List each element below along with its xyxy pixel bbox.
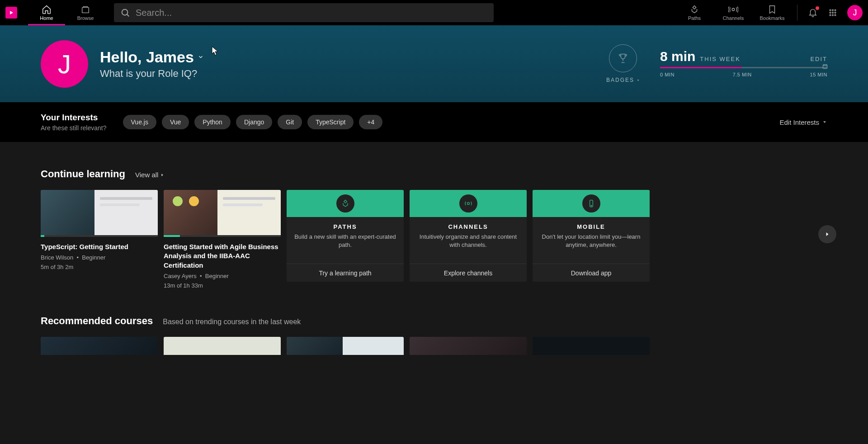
top-nav: Home Browse Paths Channels Bookmarks J bbox=[0, 0, 868, 25]
goal-edit-link[interactable]: EDIT bbox=[810, 56, 827, 62]
promo-action-mobile[interactable]: Download app bbox=[533, 264, 650, 282]
search-input[interactable] bbox=[136, 8, 487, 18]
interest-chip[interactable]: Django bbox=[236, 115, 272, 129]
search-icon bbox=[120, 8, 130, 18]
course-card[interactable]: Getting Started with Agile Business Anal… bbox=[164, 190, 281, 289]
recommended-row bbox=[41, 337, 827, 355]
course-card[interactable]: TypeScript: Getting Started Brice Wilson… bbox=[41, 190, 158, 289]
course-author: Brice Wilson bbox=[41, 254, 73, 261]
recommended-card[interactable] bbox=[164, 337, 281, 355]
scroll-next-button[interactable] bbox=[818, 225, 836, 243]
continue-title: Continue learning bbox=[41, 168, 125, 180]
svg-point-6 bbox=[830, 12, 831, 14]
svg-point-11 bbox=[835, 14, 836, 16]
promo-desc: Intuitively organize and share content w… bbox=[417, 233, 519, 249]
promo-title: PATHS bbox=[294, 223, 396, 230]
channels-icon bbox=[728, 5, 738, 14]
bookmark-icon bbox=[767, 5, 777, 14]
goal-tick-0: 0 MIN bbox=[660, 72, 675, 77]
promo-desc: Don't let your location limit you—learn … bbox=[540, 233, 642, 249]
interests-title: Your Interests bbox=[41, 113, 107, 123]
interest-chip[interactable]: Vue.js bbox=[123, 115, 156, 129]
recommended-card[interactable] bbox=[41, 337, 158, 355]
course-thumbnail bbox=[164, 190, 281, 237]
view-all-link[interactable]: View all bbox=[135, 171, 165, 179]
svg-point-4 bbox=[832, 9, 834, 11]
interest-chip[interactable]: TypeScript bbox=[307, 115, 354, 129]
svg-point-5 bbox=[835, 9, 836, 11]
goal-this-week: THIS WEEK bbox=[700, 56, 741, 62]
recommended-card[interactable] bbox=[287, 337, 404, 355]
svg-rect-0 bbox=[82, 7, 89, 13]
promo-card-paths: PATHS Build a new skill with an expert-c… bbox=[287, 190, 404, 282]
interests-sub: Are these still relevant? bbox=[41, 124, 107, 132]
hero-avatar: J bbox=[41, 40, 88, 88]
chevron-right-icon bbox=[824, 231, 830, 237]
browse-icon bbox=[80, 5, 90, 14]
promo-title: CHANNELS bbox=[417, 223, 519, 230]
interest-chip[interactable]: +4 bbox=[359, 115, 382, 129]
interest-chip[interactable]: Vue bbox=[162, 115, 189, 129]
recommended-card[interactable] bbox=[410, 337, 527, 355]
nav-paths[interactable]: Paths bbox=[676, 0, 713, 25]
course-author: Casey Ayers bbox=[164, 273, 197, 279]
brand-logo[interactable] bbox=[5, 7, 17, 19]
svg-point-2 bbox=[732, 8, 735, 11]
svg-point-8 bbox=[835, 12, 836, 14]
nav-channels[interactable]: Channels bbox=[715, 0, 752, 25]
notifications-button[interactable] bbox=[804, 4, 822, 22]
badges-column[interactable]: BADGES bbox=[606, 44, 640, 83]
interest-chip[interactable]: Python bbox=[194, 115, 231, 129]
edit-interests-button[interactable]: Edit Interests bbox=[779, 118, 827, 126]
hero-greeting-text: Hello, James bbox=[100, 48, 194, 66]
goal-tick-mid: 7.5 MIN bbox=[733, 72, 752, 77]
promo-title: MOBILE bbox=[540, 223, 642, 230]
recommended-card[interactable] bbox=[533, 337, 650, 355]
caret-down-icon bbox=[822, 119, 827, 125]
nav-paths-label: Paths bbox=[688, 15, 701, 21]
hero-section: J Hello, James What is your Role IQ? BAD… bbox=[0, 25, 868, 102]
goal-minutes: 8 min bbox=[660, 49, 695, 64]
nav-browse-label: Browse bbox=[77, 15, 94, 21]
promo-card-channels: CHANNELS Intuitively organize and share … bbox=[410, 190, 527, 282]
mobile-icon bbox=[587, 199, 596, 208]
hero-subtitle[interactable]: What is your Role IQ? bbox=[100, 68, 204, 80]
user-avatar[interactable]: J bbox=[847, 5, 863, 20]
promo-action-paths[interactable]: Try a learning path bbox=[287, 264, 404, 282]
caret-down-icon bbox=[636, 78, 640, 82]
nav-divider bbox=[797, 5, 797, 21]
course-duration: 5m of 3h 2m bbox=[41, 264, 158, 270]
search-box[interactable] bbox=[114, 3, 494, 22]
edit-interests-label: Edit Interests bbox=[779, 118, 819, 126]
paths-icon bbox=[689, 5, 699, 14]
goal-tick-end: 15 MIN bbox=[810, 72, 827, 77]
svg-point-9 bbox=[830, 14, 831, 16]
view-all-label: View all bbox=[135, 171, 158, 179]
goal-progress-fill bbox=[660, 67, 742, 68]
svg-rect-12 bbox=[823, 65, 827, 69]
goal-progress-bar bbox=[660, 67, 827, 68]
trophy-circle bbox=[609, 44, 637, 72]
svg-point-13 bbox=[467, 203, 469, 205]
svg-point-10 bbox=[832, 14, 834, 16]
nav-browse[interactable]: Browse bbox=[67, 0, 104, 25]
apps-button[interactable] bbox=[824, 4, 842, 22]
calendar-icon[interactable] bbox=[822, 63, 828, 70]
nav-home[interactable]: Home bbox=[28, 0, 65, 25]
interests-bar: Your Interests Are these still relevant?… bbox=[0, 102, 868, 142]
chevron-down-icon bbox=[198, 54, 204, 60]
nav-bookmarks[interactable]: Bookmarks bbox=[754, 0, 791, 25]
badges-label: BADGES bbox=[606, 77, 634, 83]
interest-chip[interactable]: Git bbox=[278, 115, 302, 129]
course-level: Beginner bbox=[205, 273, 229, 279]
hero-greeting[interactable]: Hello, James bbox=[100, 48, 204, 66]
svg-point-15 bbox=[591, 205, 592, 206]
nav-channels-label: Channels bbox=[723, 15, 744, 21]
svg-point-7 bbox=[832, 12, 834, 14]
promo-card-mobile: MOBILE Don't let your location limit you… bbox=[533, 190, 650, 282]
path-icon bbox=[341, 199, 350, 208]
chevron-right-icon bbox=[160, 173, 165, 177]
nav-bookmarks-label: Bookmarks bbox=[760, 15, 784, 21]
promo-action-channels[interactable]: Explore channels bbox=[410, 264, 527, 282]
notification-dot bbox=[816, 6, 819, 10]
